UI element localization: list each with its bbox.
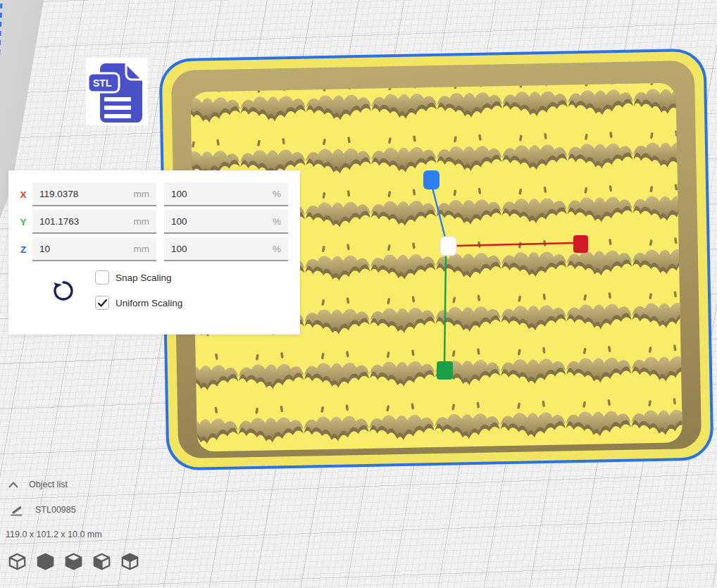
- scale-y-mm-field[interactable]: 101.1763 mm: [32, 210, 156, 234]
- bat-cavity-shape: [566, 82, 635, 127]
- bat-cavity-shape: [500, 183, 568, 235]
- bat-cavity-shape: [501, 130, 569, 182]
- bat-cavity-shape: [630, 288, 682, 340]
- bat-cavity-shape: [303, 294, 371, 346]
- view-front-icon[interactable]: [36, 552, 55, 571]
- scale-y-percent-value: 100: [171, 216, 187, 227]
- bat-cavity-shape: [564, 396, 632, 449]
- bat-cavity-shape: [433, 399, 501, 451]
- bat-cavity-shape: [630, 342, 682, 394]
- axis-z-label: Z: [18, 244, 29, 255]
- bat-cavity-shape: [501, 82, 569, 128]
- bat-cavity-shape: [631, 127, 682, 180]
- bat-cavity-shape: [499, 290, 568, 342]
- bat-cavity-shape: [434, 292, 502, 344]
- bat-cavity-shape: [435, 82, 504, 130]
- scale-z-percent-field[interactable]: 100 %: [164, 237, 288, 261]
- bat-cavity-shape: [368, 293, 437, 345]
- scale-row-z: Z 10 mm 100 %: [18, 237, 300, 261]
- bat-cavity-shape: [370, 82, 438, 130]
- bat-cavity-shape: [303, 241, 371, 293]
- bat-cavity-shape: [499, 397, 567, 449]
- bat-cavity-shape: [368, 346, 436, 399]
- snap-scaling-label: Snap Scaling: [116, 273, 172, 283]
- scale-y-mm-value: 101.1763: [39, 216, 79, 227]
- bat-cavity-shape: [304, 134, 373, 186]
- scale-z-percent-value: 100: [171, 244, 187, 254]
- bat-cavity-shape: [368, 400, 436, 451]
- scale-z-mm-value: 10: [39, 244, 50, 254]
- bat-cavity-shape: [565, 289, 633, 342]
- object-name: STL00985: [35, 505, 76, 515]
- object-list-item[interactable]: STL00985: [9, 503, 76, 516]
- pencil-icon: [9, 503, 24, 516]
- bat-cavity-shape: [239, 82, 307, 133]
- view-top-icon[interactable]: [64, 552, 83, 571]
- uniform-scaling-label: Uniform Scaling: [116, 298, 182, 308]
- view-left-icon[interactable]: [92, 552, 111, 571]
- scale-row-y: Y 101.1763 mm 100 %: [18, 210, 300, 234]
- scale-x-handle[interactable]: [573, 235, 588, 253]
- scale-y-mm-unit: mm: [134, 216, 150, 227]
- bat-cavity-shape: [631, 181, 682, 233]
- scale-x-percent-value: 100: [171, 189, 187, 199]
- object-list-title: Object list: [29, 480, 68, 489]
- view-3d-icon[interactable]: [8, 552, 27, 571]
- object-list-header[interactable]: Object list: [8, 480, 68, 489]
- bat-cavity-shape: [304, 187, 372, 239]
- bat-cavity-shape: [190, 350, 239, 402]
- stl-document-icon: STL: [86, 58, 148, 125]
- reset-scale-button[interactable]: [51, 279, 75, 303]
- axis-y-label: Y: [18, 217, 29, 227]
- scale-z-handle[interactable]: [423, 170, 439, 189]
- bat-cavity-shape: [237, 403, 305, 452]
- view-right-icon[interactable]: [120, 552, 139, 571]
- camera-view-toolbar: [8, 552, 149, 571]
- stl-file-thumbnail: STL: [86, 58, 148, 125]
- bat-cavity-shape: [302, 401, 370, 452]
- bat-cavity-shape: [304, 82, 373, 132]
- chevron-up-icon: [8, 481, 19, 489]
- scale-tool-panel: X 119.0378 mm 100 % Y 101.1763 mm 100 % …: [8, 170, 300, 334]
- object-list-panel: Object list STL00985 119.0 x 101.2 x 10.…: [0, 472, 183, 584]
- bat-cavity-shape: [566, 129, 635, 181]
- scale-y-handle[interactable]: [437, 361, 453, 380]
- bat-cavity-shape: [566, 182, 634, 234]
- bat-cavity-shape: [435, 184, 503, 237]
- axis-x-label: X: [18, 189, 29, 200]
- scale-y-percent-field[interactable]: 100 %: [164, 210, 288, 234]
- scale-x-mm-unit: mm: [134, 189, 150, 199]
- object-dimensions: 119.0 x 101.2 x 10.0 mm: [6, 530, 102, 539]
- scale-z-percent-unit: %: [273, 244, 281, 254]
- scale-y-percent-unit: %: [273, 216, 281, 227]
- reset-arrow-icon: [51, 279, 75, 303]
- scale-x-mm-value: 119.0378: [39, 189, 78, 199]
- bat-cavity-shape: [630, 234, 682, 287]
- scale-x-percent-unit: %: [273, 189, 281, 199]
- scale-row-x: X 119.0378 mm 100 %: [18, 182, 300, 206]
- bat-cavity-shape: [237, 349, 305, 401]
- bat-cavity-shape: [368, 239, 437, 292]
- scale-x-mm-field[interactable]: 119.0378 mm: [32, 182, 156, 206]
- scale-x-percent-field[interactable]: 100 %: [164, 182, 288, 206]
- bat-cavity-shape: [564, 343, 632, 395]
- bat-cavity-shape: [302, 348, 370, 400]
- bat-cavity-shape: [499, 237, 568, 289]
- bat-cavity-shape: [499, 344, 567, 396]
- checkmark-icon: [98, 299, 107, 307]
- scale-z-mm-field[interactable]: 10 mm: [32, 237, 156, 261]
- scale-center-handle[interactable]: [440, 237, 456, 256]
- bat-cavity-shape: [435, 131, 504, 183]
- snap-scaling-checkbox[interactable]: [95, 270, 109, 284]
- uniform-scaling-checkbox[interactable]: [95, 296, 109, 310]
- scale-z-mm-unit: mm: [134, 244, 150, 254]
- bat-cavity-shape: [630, 395, 682, 447]
- stl-label: STL: [93, 77, 112, 89]
- bat-cavity-shape: [369, 186, 437, 238]
